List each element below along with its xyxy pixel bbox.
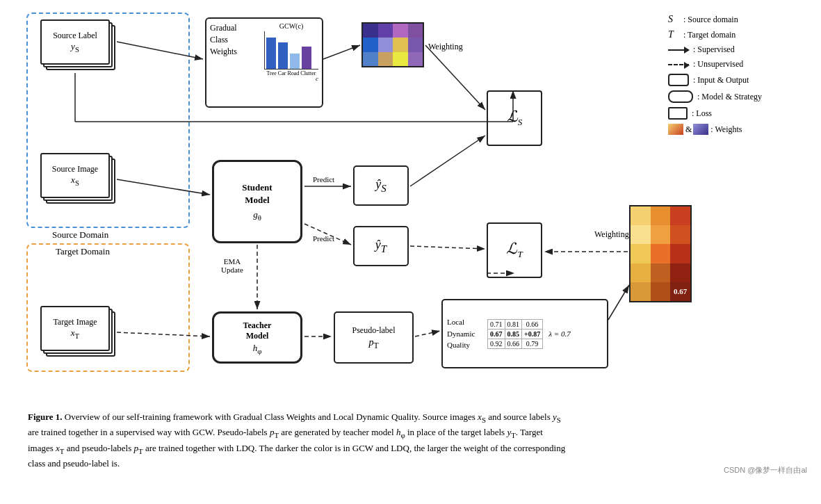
target-image-stack: Target Image xT <box>40 306 117 359</box>
ls-box: ℒS <box>487 90 542 146</box>
gcw-box: GradualClassWeights GCW(c) Tree Car Road… <box>205 17 323 108</box>
gcw-title: GradualClassWeights <box>210 22 259 57</box>
io-rect-icon <box>668 74 689 86</box>
legend-input-output: : Input & Output <box>668 74 800 86</box>
legend-weights: & : Weights <box>668 124 800 135</box>
teacher-model-box: TeacherModel hφ <box>212 311 302 364</box>
ls-label: ℒS <box>507 108 523 128</box>
legend-weights-desc: : Weights <box>710 124 742 135</box>
target-domain-label: Target Domain <box>56 246 110 257</box>
source-image-stack: Source Image xS <box>40 153 117 206</box>
and-symbol: & <box>685 124 692 135</box>
gcw-chart-title: GCW(c) <box>264 22 318 30</box>
legend-io-desc: : Input & Output <box>693 75 749 86</box>
ldq-lambda: λ = 0.7 <box>548 330 570 338</box>
legend-unsupervised: : Unsupervised <box>668 59 800 70</box>
legend-supervised-desc: : Supervised <box>693 44 735 55</box>
loss-rect-icon <box>668 107 688 120</box>
ys-hat-label: ŷS <box>375 177 387 195</box>
gcw-x-labels: Tree Car Road Clutter <box>264 70 318 76</box>
source-label-text: Source Label <box>53 31 97 41</box>
svg-line-10 <box>410 136 485 186</box>
svg-line-16 <box>415 331 440 336</box>
diagram-area: Source Domain Target Domain Source Label… <box>14 7 807 403</box>
student-model-box: StudentModel gθ <box>212 160 302 243</box>
student-model-label: StudentModel <box>242 181 272 206</box>
bar-tree <box>266 38 276 69</box>
legend-t: T : Target domain <box>668 29 800 40</box>
pseudo-label-var: pT <box>368 337 378 350</box>
teacher-model-label: TeacherModel <box>243 320 272 341</box>
legend-model-strategy: : Model & Strategy <box>668 90 800 103</box>
source-image-var: xS <box>71 174 79 187</box>
weighting-label-1: Weighting <box>428 42 463 52</box>
weighting-label-2: Weighting <box>594 229 629 240</box>
predict-label-1: Predict <box>313 175 334 184</box>
lt-label: ℒT <box>506 240 522 260</box>
ldq-table: 0.710.810.66 0.670.85+0.87 0.920.660.79 <box>487 319 543 349</box>
predict-label-2: Predict <box>313 234 334 243</box>
ema-update-label: EMAUpdate <box>221 257 243 274</box>
watermark: CSDN @像梦一样自由al <box>724 465 807 475</box>
weight-heatmap-top <box>361 22 424 67</box>
legend-s: S : Source domain <box>668 14 800 25</box>
legend-supervised: : Supervised <box>668 44 800 55</box>
svg-line-12 <box>410 246 485 249</box>
yt-hat-box: ŷT <box>353 226 409 266</box>
weight-heatmap-right: 0.67 <box>629 205 692 302</box>
ys-hat-box: ŷS <box>353 165 409 206</box>
bar-car <box>278 42 288 69</box>
ldq-label: LocalDynamicQuality <box>447 316 483 351</box>
legend-unsupervised-desc: : Unsupervised <box>693 59 743 70</box>
pseudo-label-box: Pseudo-label pT <box>334 311 414 364</box>
solid-arrow-icon <box>668 49 689 51</box>
cool-heatmap-icon <box>693 124 708 135</box>
ldq-box: LocalDynamicQuality 0.710.810.66 0.670.8… <box>441 299 608 368</box>
legend-loss-desc: : Loss <box>692 108 712 119</box>
legend-s-desc: : Source domain <box>683 15 738 25</box>
svg-line-4 <box>425 45 485 110</box>
legend-t-key: T <box>668 29 681 40</box>
svg-line-3 <box>323 45 360 59</box>
figure-label: Figure 1. <box>28 412 63 422</box>
caption-text: Overview of our self-training framework … <box>28 412 565 469</box>
target-image-var: xT <box>71 327 79 340</box>
legend-area: S : Source domain T : Target domain : Su… <box>668 14 800 139</box>
svg-line-19 <box>608 285 629 320</box>
model-rect-icon <box>668 90 693 103</box>
legend-loss: : Loss <box>668 107 800 120</box>
legend-t-desc: : Target domain <box>683 30 735 40</box>
student-model-var: gθ <box>253 209 261 222</box>
source-label-var: yS <box>71 41 79 54</box>
warm-heatmap-icon <box>668 124 683 135</box>
source-label-stack: Source Label yS <box>40 19 117 72</box>
lt-box: ℒT <box>487 222 542 278</box>
caption-area: Figure 1. Overview of our self-training … <box>14 403 584 474</box>
legend-s-key: S <box>668 14 681 25</box>
legend-model-desc: : Model & Strategy <box>697 92 762 102</box>
main-container: Source Domain Target Domain Source Label… <box>0 0 821 481</box>
teacher-model-var: hφ <box>253 343 262 355</box>
dashed-arrow-icon <box>668 64 689 65</box>
bar-road <box>290 54 300 69</box>
pseudo-label-text: Pseudo-label <box>352 325 396 336</box>
bar-clutter <box>302 47 311 69</box>
source-domain-label: Source Domain <box>52 229 108 241</box>
yt-hat-label: ŷT <box>375 238 387 255</box>
target-image-text: Target Image <box>53 317 97 327</box>
source-image-text: Source Image <box>52 164 98 174</box>
